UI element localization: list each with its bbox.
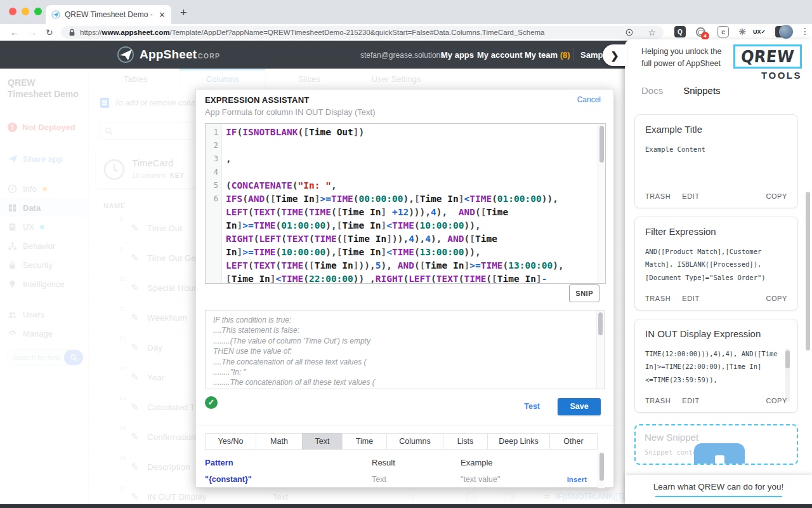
qrew-tools-panel: Helping you unlock the full power of App… — [625, 39, 812, 504]
panel-footer[interactable]: Learn what QREW can do for you! — [625, 475, 812, 504]
trash-button[interactable]: TRASH — [645, 295, 671, 302]
explanation-scrollbar[interactable] — [596, 311, 604, 389]
panel-collapse-button[interactable]: ❯ — [603, 44, 627, 66]
trash-button[interactable]: TRASH — [645, 397, 671, 404]
edit-button[interactable]: EDIT — [682, 295, 699, 302]
snowflake-extension-icon[interactable]: ✳ — [737, 26, 748, 37]
code-line: LEFT(TEXT(TIME(TIME([Time In] +12))),4),… — [206, 206, 597, 219]
copy-button[interactable]: COPY — [766, 295, 787, 302]
snippet-title: Filter Expression — [645, 226, 787, 237]
line-number — [206, 206, 221, 219]
save-button[interactable]: Save — [558, 398, 601, 415]
footer-text: Learn what QREW can do for you! — [653, 482, 784, 491]
code-line: LEFT(TEXT(TIME([Time In])),5), AND([Time… — [206, 259, 597, 272]
explanation-line: ....The concatenation of all these text … — [213, 357, 596, 367]
q-extension-icon[interactable]: Q — [674, 26, 686, 37]
snippet-scrollbar[interactable] — [785, 349, 790, 402]
team-count: (8) — [560, 50, 570, 60]
scrollbar-thumb[interactable] — [599, 126, 604, 163]
trash-button[interactable]: TRASH — [645, 192, 671, 200]
snippet-content: AND([Product Match],[Customer Match], IS… — [645, 245, 787, 284]
editor-scrollbar[interactable] — [598, 124, 605, 283]
line-number — [206, 219, 221, 232]
insert-button[interactable]: Insert — [567, 476, 587, 483]
fn-tab-yes-no[interactable]: Yes/No — [205, 433, 256, 450]
panel-tagline: Helping you unlock the full power of App… — [641, 46, 725, 70]
code-line: 5(CONCATENATE("In: ", — [206, 179, 597, 192]
fn-tab-math[interactable]: Math — [256, 433, 303, 450]
line-number — [206, 246, 221, 259]
fn-tab-other[interactable]: Other — [549, 433, 598, 450]
copy-button[interactable]: COPY — [766, 397, 787, 404]
pattern-scrollbar[interactable] — [598, 451, 605, 488]
scrollbar-thumb[interactable] — [598, 312, 603, 335]
explanation-line: ............IFS( — [213, 388, 596, 389]
fn-tab-deep-links[interactable]: Deep Links — [487, 433, 550, 450]
minimize-window-icon[interactable] — [22, 8, 29, 15]
snip-button[interactable]: SNIP — [569, 284, 599, 302]
code-line: 6IFS(AND([Time In]>=TIME(00:00:00),[Time… — [206, 192, 597, 206]
formula-editor[interactable]: 1IF(ISNOTBLANK([Time Out])23,45(CONCATEN… — [205, 123, 606, 284]
explanation-line: ........The concatenation of all these t… — [213, 377, 596, 387]
appsheet-logo-icon — [117, 46, 134, 64]
new-snippet-title-placeholder[interactable]: New Snippet — [645, 432, 788, 443]
test-button[interactable]: Test — [524, 402, 540, 411]
edit-button[interactable]: EDIT — [682, 192, 699, 200]
pattern-table-header: Pattern Result Example — [205, 458, 587, 467]
fn-tab-text[interactable]: Text — [302, 433, 343, 450]
modal-divider — [196, 425, 613, 425]
reload-icon[interactable]: ↻ — [46, 27, 53, 38]
url-bar[interactable]: https://www.appsheet.com/Template/AppDef… — [61, 26, 664, 39]
brand-name[interactable]: AppSheet — [140, 48, 197, 62]
explanation-line: ........(The value of column 'Time Out')… — [213, 336, 596, 346]
profile-avatar[interactable] — [779, 25, 793, 39]
nav-my-apps[interactable]: My apps — [441, 50, 474, 60]
browser-menu-icon[interactable]: ⋮ — [801, 26, 809, 36]
browser-toolbar: ← → ↻ https://www.appsheet.com/Template/… — [0, 24, 812, 41]
tab-docs[interactable]: Docs — [641, 85, 663, 96]
new-tab-button[interactable]: + — [180, 6, 187, 20]
fn-tab-columns[interactable]: Columns — [386, 433, 443, 450]
code-line: 1IF(ISNOTBLANK([Time Out]) — [206, 126, 597, 139]
tab-snippets[interactable]: Snippets — [683, 85, 720, 96]
snippet-card: Example TitleExample ContentTRASHEDITCOP… — [634, 114, 798, 208]
back-icon[interactable]: ← — [10, 27, 19, 38]
explanation-line: ....This statement is false: — [213, 325, 596, 335]
code-line: 4 — [206, 166, 597, 179]
nav-my-account[interactable]: My account — [477, 50, 523, 60]
cancel-button[interactable]: Cancel — [577, 95, 601, 104]
scrollbar-thumb[interactable] — [785, 351, 790, 368]
qrew-extension-icon[interactable]: 4 — [695, 26, 706, 37]
add-snippet-button[interactable] — [694, 443, 745, 465]
copy-button[interactable]: COPY — [766, 192, 787, 200]
fn-tab-time[interactable]: Time — [342, 433, 387, 450]
pattern-row: "{constant}"Text"text value"Insert — [205, 475, 587, 484]
ux-check-extension-icon[interactable]: UX✓ — [754, 26, 765, 37]
c-extension-icon[interactable]: c — [717, 26, 729, 37]
bookmark-star-icon[interactable]: ☆ — [648, 28, 656, 37]
forward-icon[interactable]: → — [28, 27, 37, 38]
appsheet-favicon-icon — [51, 10, 60, 19]
line-number — [206, 272, 221, 284]
toolbar-divider — [773, 27, 773, 37]
nav-my-team[interactable]: My team (8) — [525, 50, 570, 60]
close-window-icon[interactable] — [9, 8, 16, 15]
panel-scrollbar[interactable] — [806, 192, 810, 351]
new-snippet-card[interactable]: New Snippet Snippet conte — [634, 424, 798, 465]
expression-assistant-modal: EXPRESSION ASSISTANT Cancel App Formula … — [195, 89, 614, 488]
page-action-icon[interactable] — [625, 28, 634, 37]
brand-suffix: CORP — [198, 52, 220, 60]
code-line: In]>=TIME(01:00:00),[Time In]<TIME(10:00… — [206, 219, 597, 232]
fn-tab-lists[interactable]: Lists — [443, 433, 488, 450]
zoom-window-icon[interactable] — [34, 8, 42, 15]
snippet-title: Example Title — [645, 124, 787, 135]
browser-tab[interactable]: QREW Timesheet Demo - AppS ✕ — [46, 5, 171, 24]
code-line: In]>=TIME(10:00:00),[Time In]<TIME(13:00… — [206, 246, 597, 259]
explanation-line: THEN use the value of: — [213, 346, 596, 356]
browser-tabstrip: QREW Timesheet Demo - AppS ✕ + — [0, 0, 812, 24]
edit-button[interactable]: EDIT — [682, 397, 699, 404]
modal-title: EXPRESSION ASSISTANT — [205, 95, 309, 105]
scrollbar-thumb[interactable] — [599, 453, 604, 481]
window-bottom-edge — [0, 504, 812, 508]
tab-close-icon[interactable]: ✕ — [159, 11, 166, 19]
